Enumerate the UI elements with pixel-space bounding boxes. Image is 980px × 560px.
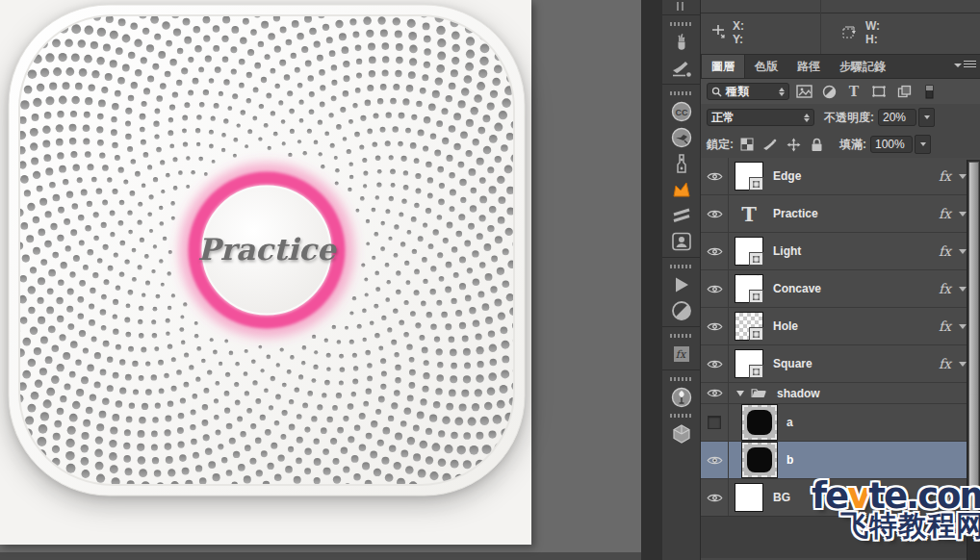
layers-scrollbar-track[interactable] bbox=[967, 160, 980, 560]
filter-kind-select[interactable]: 種類 bbox=[707, 83, 789, 100]
layer-row-Practice[interactable]: TPracticefx bbox=[701, 195, 980, 233]
actions-play-icon[interactable] bbox=[662, 271, 701, 297]
visibility-eye-icon[interactable] bbox=[701, 479, 729, 516]
canvas-area: Practice bbox=[0, 0, 662, 560]
brush-presets-icon[interactable] bbox=[662, 29, 701, 55]
visibility-eye-icon[interactable] bbox=[701, 270, 729, 307]
fx-collapse-icon[interactable] bbox=[959, 496, 967, 500]
tab-paths[interactable]: 路徑 bbox=[787, 55, 830, 78]
smart-object-filter-icon[interactable] bbox=[893, 83, 915, 100]
fx-collapse-icon[interactable] bbox=[959, 212, 967, 216]
panel-menu-icon[interactable] bbox=[954, 61, 976, 69]
visibility-eye-icon[interactable] bbox=[701, 442, 729, 478]
layer-thumbnail[interactable] bbox=[742, 405, 777, 440]
info-panel: X: Y: W: H: bbox=[701, 0, 980, 54]
text-layer-thumbnail[interactable]: T bbox=[735, 199, 763, 228]
document-window-edge bbox=[0, 552, 662, 560]
lock-pixels-icon[interactable] bbox=[761, 136, 780, 153]
dock-handle[interactable] bbox=[677, 2, 686, 11]
tab-layers[interactable]: 圖層 bbox=[701, 55, 745, 78]
visibility-eye-icon[interactable] bbox=[701, 345, 729, 382]
crosshair-icon bbox=[710, 24, 726, 42]
dock-gap bbox=[641, 0, 662, 560]
layers-scrollbar-thumb[interactable] bbox=[968, 162, 979, 518]
opacity-input[interactable]: 20% bbox=[878, 109, 916, 126]
collapsed-panels-iconbar: CCfx bbox=[662, 0, 701, 560]
brush-icon[interactable] bbox=[662, 55, 701, 81]
opacity-dropdown-button[interactable] bbox=[918, 108, 935, 127]
layer-row-Hole[interactable]: Holefx bbox=[701, 308, 980, 345]
fill-label: 填滿: bbox=[839, 137, 866, 153]
lock-all-icon[interactable] bbox=[807, 136, 826, 153]
tab-channels[interactable]: 色版 bbox=[745, 55, 787, 78]
folder-icon bbox=[751, 385, 767, 402]
layer-thumbnail[interactable] bbox=[735, 274, 763, 303]
layer-thumbnail[interactable] bbox=[742, 443, 777, 477]
blend-mode-select[interactable]: 正常 bbox=[707, 109, 814, 126]
cc-badge-icon[interactable]: CC bbox=[662, 98, 701, 124]
pixel-filter-icon[interactable] bbox=[793, 83, 814, 100]
layer-thumbnail[interactable] bbox=[735, 483, 763, 512]
layer-thumbnail[interactable] bbox=[735, 162, 763, 191]
clone-source-icon[interactable] bbox=[662, 150, 701, 176]
fx-collapse-icon[interactable] bbox=[959, 287, 967, 292]
shape-layer-badge-icon bbox=[749, 327, 763, 341]
layer-row-Concave[interactable]: Concavefx bbox=[701, 270, 980, 308]
layers-panel-dock: X: Y: W: H: 圖層 色版 路徑 步驟記錄 種類 T bbox=[701, 0, 980, 560]
visibility-eye-icon[interactable] bbox=[701, 383, 729, 403]
layer-thumbnail[interactable] bbox=[735, 349, 763, 378]
adjustment-filter-icon[interactable] bbox=[818, 83, 839, 100]
visibility-eye-icon[interactable] bbox=[701, 158, 729, 194]
adjustments-icon[interactable] bbox=[662, 297, 701, 323]
layer-thumbnail[interactable] bbox=[735, 312, 763, 341]
fill-dropdown-button[interactable] bbox=[915, 135, 931, 154]
size-block: W: H: bbox=[841, 19, 880, 46]
airbrush-icon[interactable] bbox=[662, 124, 701, 150]
shape-filter-icon[interactable] bbox=[868, 83, 890, 100]
character-panel-icon[interactable] bbox=[662, 228, 701, 254]
panel-grip[interactable] bbox=[670, 91, 693, 95]
fx-collapse-icon[interactable] bbox=[959, 324, 967, 329]
type-filter-icon[interactable]: T bbox=[843, 83, 864, 100]
panel-grip[interactable] bbox=[670, 377, 693, 381]
visibility-checkbox[interactable] bbox=[701, 404, 729, 441]
group-expand-icon[interactable] bbox=[736, 391, 744, 396]
cube-3d-icon[interactable] bbox=[662, 420, 701, 446]
fx-collapse-icon[interactable] bbox=[959, 174, 967, 179]
panel-grip[interactable] bbox=[670, 334, 693, 338]
lock-transparency-icon[interactable] bbox=[737, 136, 757, 153]
visibility-eye-icon[interactable] bbox=[701, 195, 729, 232]
layer-row-Light[interactable]: Lightfx bbox=[701, 233, 980, 270]
visibility-eye-icon[interactable] bbox=[701, 308, 729, 344]
tab-history[interactable]: 步驟記錄 bbox=[830, 55, 895, 78]
fx-collapse-icon[interactable] bbox=[959, 362, 967, 367]
layer-row-a[interactable]: a bbox=[701, 404, 980, 442]
layer-row-shadow[interactable]: shadow bbox=[701, 383, 980, 404]
fx-collapse-icon[interactable] bbox=[959, 249, 967, 254]
panel-grip[interactable] bbox=[670, 414, 693, 418]
kuler-icon[interactable] bbox=[662, 384, 701, 410]
document-canvas[interactable]: Practice bbox=[0, 0, 531, 545]
layer-name: Hole bbox=[773, 319, 798, 333]
layer-row-BG[interactable]: BGfx bbox=[701, 479, 980, 516]
panel-grip[interactable] bbox=[670, 265, 693, 268]
panel-grip[interactable] bbox=[670, 22, 693, 26]
visibility-eye-icon[interactable] bbox=[701, 233, 729, 269]
layer-row-Square[interactable]: Squarefx bbox=[701, 345, 980, 383]
styles-fx-icon[interactable]: fx bbox=[662, 341, 701, 367]
layer-row-Edge[interactable]: Edgefx bbox=[701, 158, 980, 195]
layer-comps-icon[interactable] bbox=[662, 202, 701, 228]
lock-position-icon[interactable] bbox=[784, 136, 803, 153]
layer-filter-row: 種類 T bbox=[701, 79, 980, 104]
layer-row-b[interactable]: b bbox=[701, 442, 980, 479]
filter-toggle-icon[interactable] bbox=[918, 83, 940, 100]
lock-label: 鎖定: bbox=[707, 137, 734, 153]
layer-fx-label: fx bbox=[939, 206, 951, 221]
fill-input[interactable]: 100% bbox=[870, 136, 913, 153]
opacity-label: 不透明度: bbox=[824, 110, 874, 126]
x-label: X: bbox=[733, 19, 744, 33]
layer-thumbnail[interactable] bbox=[735, 237, 763, 266]
flame-icon[interactable] bbox=[662, 176, 701, 202]
svg-text:T: T bbox=[849, 85, 860, 98]
divider bbox=[820, 0, 821, 54]
